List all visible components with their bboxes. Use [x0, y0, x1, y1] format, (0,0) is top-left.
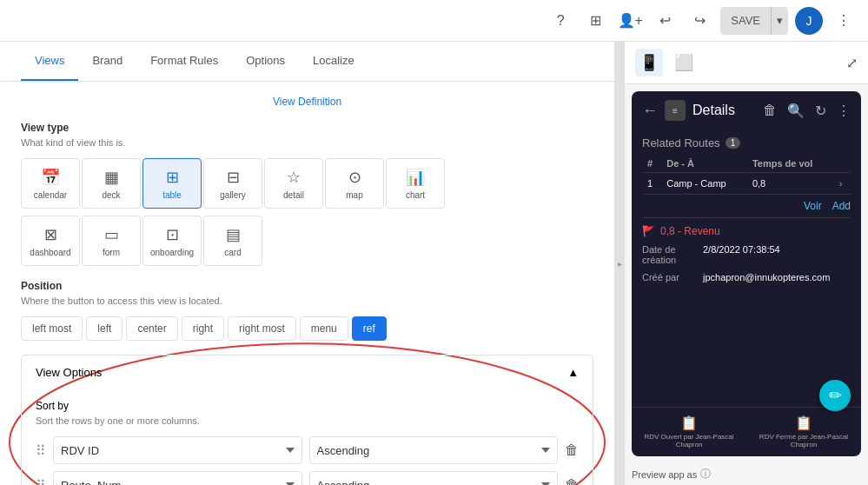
- view-type-calendar[interactable]: 📅calendar: [21, 158, 80, 209]
- table-row[interactable]: 1 Camp - Camp 0,8 ›: [642, 173, 851, 195]
- help-icon[interactable]: ?: [547, 7, 574, 35]
- sort-field-select-1[interactable]: RDV ID: [53, 436, 302, 464]
- detail-value-creator: jpchapron@innukopteres.com: [703, 272, 830, 282]
- footer-item-rdv-ouvert[interactable]: 📋 RDV Ouvert par Jean-Pascal Chapron: [632, 415, 746, 449]
- grid-icon[interactable]: ⊞: [581, 7, 609, 35]
- voir-link[interactable]: Voir: [804, 200, 822, 212]
- position-right-most[interactable]: right most: [228, 316, 296, 341]
- expand-icon[interactable]: ⤢: [846, 55, 858, 71]
- tabs-bar: Views Brand Format Rules Options Localiz…: [0, 42, 614, 82]
- view-type-detail[interactable]: ☆detail: [264, 158, 323, 209]
- tab-options[interactable]: Options: [232, 42, 299, 81]
- phone-add-link[interactable]: Add: [832, 200, 851, 212]
- sort-by-label: Sort by: [36, 400, 579, 412]
- view-type-chart[interactable]: 📊chart: [386, 158, 445, 209]
- view-type-form[interactable]: ▭form: [82, 216, 141, 266]
- cell-chevron: ›: [834, 173, 851, 195]
- main-content: Views Brand Format Rules Options Localiz…: [0, 42, 868, 485]
- position-right[interactable]: right: [182, 316, 224, 341]
- save-dropdown-arrow[interactable]: ▾: [771, 7, 788, 35]
- view-type-onboarding[interactable]: ⊡onboarding: [142, 216, 202, 266]
- phone-footer: 📋 RDV Ouvert par Jean-Pascal Chapron 📋 R…: [632, 407, 861, 456]
- col-route: De - À: [661, 155, 747, 173]
- footer-item-rdv-ferme[interactable]: 📋 RDV Fermé par Jean-Pascal Chapron: [746, 415, 861, 449]
- sort-order-select-1[interactable]: Ascending Descending: [309, 436, 559, 464]
- panel-body: View Definition View type What kind of v…: [0, 82, 614, 485]
- view-definition-link[interactable]: View Definition: [21, 96, 593, 108]
- preview-app-label: Preview app as: [632, 469, 697, 480]
- phone-search-icon[interactable]: 🔍: [787, 103, 805, 119]
- more-options-icon[interactable]: ⋮: [830, 7, 858, 35]
- phone-delete-icon[interactable]: 🗑: [763, 103, 777, 119]
- phone-screen: ← ≡ Details 🗑 🔍 ↻ ⋮ Related Routes 1: [632, 91, 861, 456]
- position-center[interactable]: center: [126, 316, 177, 341]
- detail-value-date: 2/8/2022 07:38:54: [703, 244, 780, 265]
- add-user-icon[interactable]: 👤+: [616, 7, 644, 35]
- position-left-most[interactable]: left most: [21, 316, 83, 341]
- position-section: Position Where the button to access this…: [21, 280, 593, 341]
- revenu-section: 🚩 0,8 - Revenu Date de création 2/8/2022…: [642, 217, 851, 296]
- toolbar: ? ⊞ 👤+ ↩ ↪ SAVE ▾ J ⋮: [0, 0, 868, 42]
- phone-back-button[interactable]: ←: [642, 102, 658, 120]
- sort-row-1: ⠿ RDV ID Ascending Descending 🗑: [36, 436, 579, 464]
- tab-localize[interactable]: Localize: [299, 42, 368, 81]
- detail-label-creator: Créé par: [642, 272, 703, 282]
- sort-order-select-2[interactable]: Ascending Descending: [309, 471, 559, 485]
- cell-time: 0,8: [747, 173, 834, 195]
- tab-format-rules[interactable]: Format Rules: [136, 42, 232, 81]
- phone-more-icon[interactable]: ⋮: [837, 103, 851, 119]
- view-type-dashboard[interactable]: ⊠dashboard: [21, 216, 80, 266]
- view-type-grid: 📅calendar ▦deck ⊞table ⊟gallery ☆detail …: [21, 158, 593, 209]
- sort-delete-2[interactable]: 🗑: [565, 477, 579, 485]
- tab-brand[interactable]: Brand: [78, 42, 136, 81]
- view-type-gallery[interactable]: ⊟gallery: [203, 158, 262, 209]
- view-options-body: Sort by Sort the rows by one or more col…: [22, 389, 593, 485]
- view-type-deck[interactable]: ▦deck: [82, 158, 141, 209]
- phone-title: Details: [692, 103, 756, 118]
- phone-logo: ≡: [665, 100, 686, 121]
- view-options-title: View Options: [36, 366, 102, 379]
- related-routes-table: # De - À Temps de vol 1 Camp - Camp 0,8: [642, 155, 851, 195]
- calendar-icon: 📅: [41, 168, 60, 187]
- preview-app-row: Preview app as ⓘ: [625, 463, 868, 485]
- drag-handle-2[interactable]: ⠿: [36, 477, 46, 486]
- phone-footer-wrapper: ✏ 📋 RDV Ouvert par Jean-Pascal Chapron 📋…: [632, 407, 861, 456]
- sort-by-desc: Sort the rows by one or more columns.: [36, 415, 579, 426]
- phone-header: ← ≡ Details 🗑 🔍 ↻ ⋮: [632, 91, 861, 130]
- position-left[interactable]: left: [86, 316, 123, 341]
- sort-delete-1[interactable]: 🗑: [565, 442, 579, 458]
- drag-handle-1[interactable]: ⠿: [36, 442, 46, 459]
- revenu-label: 0,8 - Revenu: [660, 225, 720, 237]
- col-arrow: [834, 155, 851, 173]
- view-options-header[interactable]: View Options ▲: [22, 355, 593, 389]
- form-icon: ▭: [104, 225, 119, 244]
- preview-info-icon[interactable]: ⓘ: [700, 467, 711, 482]
- panel-divider[interactable]: ▸: [614, 42, 625, 485]
- footer-icon-rdv-ouvert: 📋: [680, 415, 698, 431]
- collapse-icon[interactable]: ▲: [567, 366, 579, 379]
- position-menu[interactable]: menu: [300, 316, 348, 341]
- gallery-icon: ⊟: [227, 168, 240, 187]
- save-button[interactable]: SAVE ▾: [720, 7, 788, 35]
- deck-icon: ▦: [104, 168, 119, 187]
- undo-icon[interactable]: ↩: [651, 7, 679, 35]
- view-type-table[interactable]: ⊞table: [142, 158, 202, 209]
- phone-tab-icon[interactable]: 📱: [635, 49, 663, 76]
- tablet-tab-icon[interactable]: ⬜: [670, 49, 698, 76]
- detail-row-creator: Créé par jpchapron@innukopteres.com: [642, 272, 851, 282]
- tab-views[interactable]: Views: [21, 42, 78, 81]
- revenu-badge: 🚩 0,8 - Revenu: [642, 225, 851, 237]
- sort-field-select-2[interactable]: Route_Num: [53, 471, 302, 485]
- view-type-label: View type: [21, 122, 593, 134]
- redo-icon[interactable]: ↪: [686, 7, 713, 35]
- table-icon: ⊞: [166, 168, 179, 187]
- phone-content: Related Routes 1 # De - À Temps de vol: [632, 130, 861, 407]
- avatar[interactable]: J: [795, 7, 823, 35]
- position-ref[interactable]: ref: [352, 316, 387, 341]
- fab-button[interactable]: ✏: [819, 380, 851, 411]
- view-type-grid-2: ⊠dashboard ▭form ⊡onboarding ▤card: [21, 216, 593, 266]
- view-type-map[interactable]: ⊙map: [325, 158, 384, 209]
- view-type-card[interactable]: ▤card: [203, 216, 262, 266]
- phone-refresh-icon[interactable]: ↻: [815, 103, 826, 119]
- footer-label-rdv-ferme: RDV Fermé par Jean-Pascal Chapron: [746, 433, 861, 449]
